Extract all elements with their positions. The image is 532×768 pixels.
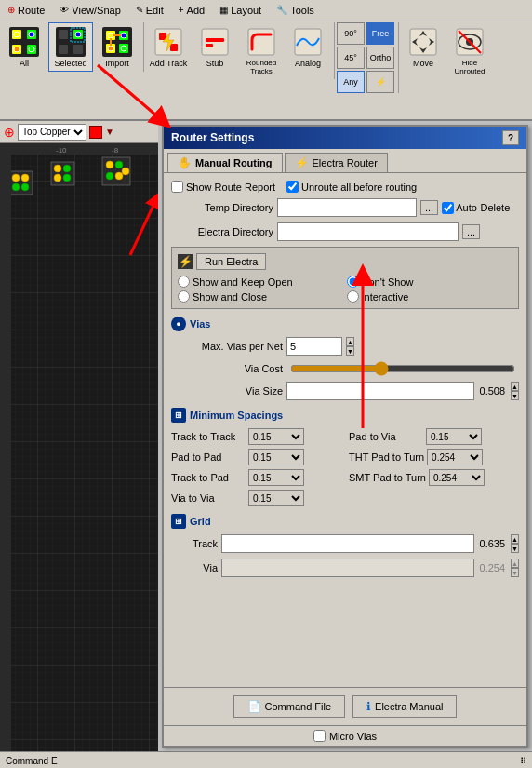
max-vias-input[interactable] [286,337,342,356]
track-grid-up[interactable]: ▲ [511,534,519,544]
track-to-pad-select[interactable]: 0.15 [248,469,304,486]
run-electra-btn[interactable]: Run Electra [196,253,266,270]
layer-dropdown[interactable]: ▼ [105,127,114,137]
electra-manual-btn[interactable]: ℹ Electra Manual [352,695,457,718]
radio-show-keep-open[interactable]: Show and Keep Open [178,276,344,288]
tool-all[interactable]: All [2,22,47,72]
menu-layout[interactable]: ▦ Layout [212,3,269,18]
show-route-report-check[interactable]: Show Route Report [171,181,275,193]
radio-dont-show[interactable]: Don't Show [347,276,513,288]
dialog-buttons-area: 📄 Command File ℹ Electra Manual [164,687,526,725]
dialog-title: Router Settings ? [164,127,526,149]
svg-point-57 [106,172,113,180]
via-size-down[interactable]: ▼ [511,391,519,400]
max-vias-spinner: ▲ ▼ [346,337,354,356]
vias-section-header: ● Vias [171,317,519,331]
micro-vias-check[interactable] [313,730,326,742]
menu-tools[interactable]: 🔧 Tools [269,3,322,18]
tht-pad-select[interactable]: 0.254 [427,449,483,465]
max-vias-down[interactable]: ▼ [346,346,354,356]
track-grid-spinner: ▲ ▼ [511,534,519,553]
via-grid-up: ▲ [511,559,519,568]
unroute-all-input[interactable] [286,181,299,193]
resize-handle[interactable]: ⠿ [520,756,526,766]
menu-viewsnap[interactable]: 👁 View/Snap [52,3,127,18]
tool-analog[interactable]: Analog [286,22,330,79]
tab-electra-router[interactable]: ⚡ Electra Router [285,153,388,172]
tool-group-angle: 90° Free 45° Ortho Any ⚡ [337,22,399,93]
free-btn[interactable]: Free [366,22,394,45]
show-route-report-input[interactable] [171,181,183,193]
tool-selected[interactable]: Selected [48,22,93,72]
menu-add[interactable]: + Add [171,3,212,18]
svg-point-49 [54,165,61,172]
dialog-content: Show Route Report Unroute all before rou… [164,173,526,687]
via-size-input[interactable] [286,382,474,400]
tht-pad-row: THT Pad to Turn 0.254 [349,449,519,465]
menu-edit[interactable]: ✎ Edit [128,3,171,18]
temp-dir-row: Temp Directory ... Auto-Delete [171,198,519,217]
svg-point-44 [12,174,20,182]
via-to-via-select[interactable]: 0.15 [248,490,304,506]
via-size-up[interactable]: ▲ [511,382,519,391]
angled-btn[interactable]: ⚡ [366,71,394,93]
auto-delete-input[interactable] [442,202,454,214]
svg-rect-43 [9,171,33,195]
layer-add-btn[interactable]: ⊕ [4,125,15,140]
track-to-track-select[interactable]: 0.15 [248,428,304,445]
dialog-tabs: ✋ Manual Routing ⚡ Electra Router [164,149,526,173]
angle-45-btn[interactable]: 45° [337,47,365,69]
angle-90-btn[interactable]: 90° [337,22,365,45]
tab-manual-routing[interactable]: ✋ Manual Routing [167,153,283,172]
ortho-btn[interactable]: Ortho [366,47,394,69]
svg-point-5 [14,32,20,37]
menu-bar: ⊕ Route 👁 View/Snap ✎ Edit + Add ▦ Layou… [0,0,532,20]
smt-pad-select[interactable]: 0.254 [429,469,485,486]
menu-route[interactable]: ⊕ Route [0,3,52,18]
svg-rect-62 [0,155,11,751]
temp-dir-input[interactable] [277,198,417,217]
via-grid-input [221,559,474,577]
layer-color[interactable] [89,126,102,139]
svg-point-51 [54,174,61,182]
pad-to-via-select[interactable]: 0.15 [426,428,482,445]
track-to-pad-row: Track to Pad 0.15 [171,469,341,486]
top-checkboxes: Show Route Report Unroute all before rou… [171,181,519,193]
tool-group-misc: Move Hide Unrouted [401,22,492,79]
svg-point-45 [21,174,29,182]
tool-move[interactable]: Move [401,22,446,79]
radio-show-close[interactable]: Show and Close [178,290,344,303]
run-electra-section: ⚡ Run Electra Show and Keep Open Don't S… [171,247,519,309]
svg-point-56 [122,168,129,175]
electra-dir-input[interactable] [277,222,459,241]
temp-dir-browse-btn[interactable]: ... [420,200,438,215]
pcb-canvas[interactable]: -10 -8 [0,143,158,751]
svg-rect-29 [170,44,178,51]
electra-dir-browse-btn[interactable]: ... [462,224,480,239]
svg-point-21 [108,33,113,38]
radio-interactive[interactable]: Interactive [347,290,513,303]
via-cost-row: Via Cost [171,361,519,376]
svg-rect-48 [51,162,74,185]
via-size-spinner: ▲ ▼ [511,382,519,400]
pad-to-via-row: Pad to Via 0.15 [349,428,519,445]
tool-rounded-tracks[interactable]: Rounded Tracks [239,22,284,79]
unroute-all-check[interactable]: Unroute all before routing [286,181,417,193]
auto-delete-check[interactable]: Auto-Delete [442,202,510,214]
track-grid-down[interactable]: ▼ [511,544,519,553]
smt-pad-row: SMT Pad to Turn 0.254 [349,469,519,486]
tool-import[interactable]: Import [95,22,140,72]
tool-stub[interactable]: Stub [193,22,237,79]
dialog-help-btn[interactable]: ? [502,130,519,145]
layer-select[interactable]: Top Copper [18,124,86,141]
pad-to-pad-select[interactable]: 0.15 [248,449,304,465]
track-grid-input[interactable] [221,534,474,553]
max-vias-up[interactable]: ▲ [346,337,354,346]
command-file-btn[interactable]: 📄 Command File [233,695,346,718]
tool-hide-unrouted[interactable]: Hide Unrouted [447,22,492,79]
grid-svg: -10 -8 [0,143,158,751]
via-cost-slider[interactable] [290,361,515,376]
svg-rect-12 [59,45,68,54]
any-btn[interactable]: Any [337,71,365,93]
tool-add-track[interactable]: Add Track [146,22,191,79]
